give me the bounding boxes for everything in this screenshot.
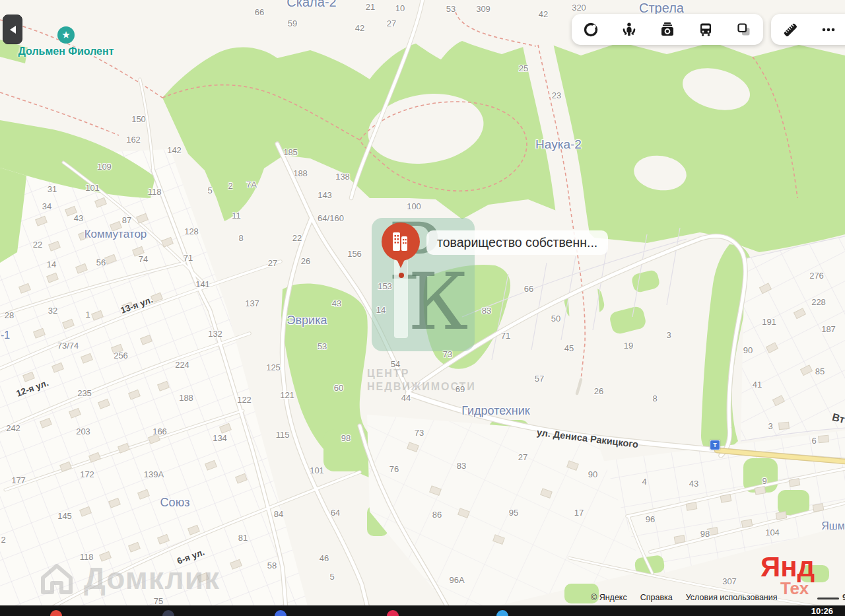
yandex-ad-logo: Янд Тех bbox=[760, 554, 815, 596]
street-view-button[interactable] bbox=[610, 14, 648, 45]
app-icon[interactable] bbox=[496, 610, 508, 616]
agency-line2: НЕДВИЖИМОСТИ bbox=[367, 380, 476, 394]
ruler-icon bbox=[782, 21, 799, 38]
camera-icon bbox=[659, 21, 676, 38]
scale-line bbox=[817, 598, 839, 599]
app-icon[interactable] bbox=[275, 610, 287, 616]
map-toolbar bbox=[572, 14, 763, 45]
marker-label-bubble[interactable]: товарищество собственн... bbox=[426, 230, 608, 255]
layers-button[interactable] bbox=[725, 14, 763, 45]
app-icon[interactable] bbox=[162, 610, 174, 616]
watermark-domclick: Домклик bbox=[36, 558, 220, 599]
bus-icon bbox=[697, 21, 714, 38]
ad-line1: Янд bbox=[760, 554, 815, 580]
app-icon[interactable] bbox=[387, 610, 399, 616]
domclick-text: Домклик bbox=[84, 561, 220, 596]
organization-pin[interactable] bbox=[376, 218, 426, 284]
star-icon: ★ bbox=[57, 26, 75, 44]
copyright-link[interactable]: © Яндекс bbox=[591, 593, 627, 602]
help-link[interactable]: Справка bbox=[640, 593, 673, 602]
transit-stop-icon[interactable]: Т bbox=[710, 440, 720, 450]
layers-icon bbox=[735, 21, 753, 38]
more-button[interactable] bbox=[809, 14, 845, 45]
taskbar[interactable]: 10:26 bbox=[0, 605, 845, 616]
taskbar-time: 10:26 bbox=[811, 606, 833, 616]
app-icon[interactable] bbox=[50, 610, 62, 616]
watermark-agency: ЦЕНТР НЕДВИЖИМОСТИ bbox=[367, 367, 476, 394]
back-button[interactable] bbox=[3, 15, 22, 44]
panorama-button[interactable] bbox=[572, 14, 610, 45]
ellipsis-icon bbox=[820, 21, 837, 38]
agency-line1: ЦЕНТР bbox=[367, 367, 476, 380]
house-icon bbox=[36, 558, 77, 599]
photos-button[interactable] bbox=[648, 14, 687, 45]
map-tools-toolbar bbox=[771, 14, 845, 45]
map-attribution: © Яндекс Справка Условия использования bbox=[591, 593, 778, 602]
scale-value: 9 bbox=[842, 592, 845, 602]
ad-line2: Тех bbox=[780, 580, 815, 596]
poi-label: Дольмен Фиолент bbox=[0, 46, 132, 57]
panorama-icon bbox=[582, 21, 599, 38]
chevron-left-icon bbox=[6, 26, 16, 34]
terms-link[interactable]: Условия использования bbox=[686, 593, 778, 602]
transport-button[interactable] bbox=[687, 14, 725, 45]
street-view-icon bbox=[621, 21, 638, 38]
map-view: Р К ЦЕНТР НЕДВИЖИМОСТИ Домклик 665921104… bbox=[0, 0, 845, 616]
ruler-button[interactable] bbox=[771, 14, 809, 45]
